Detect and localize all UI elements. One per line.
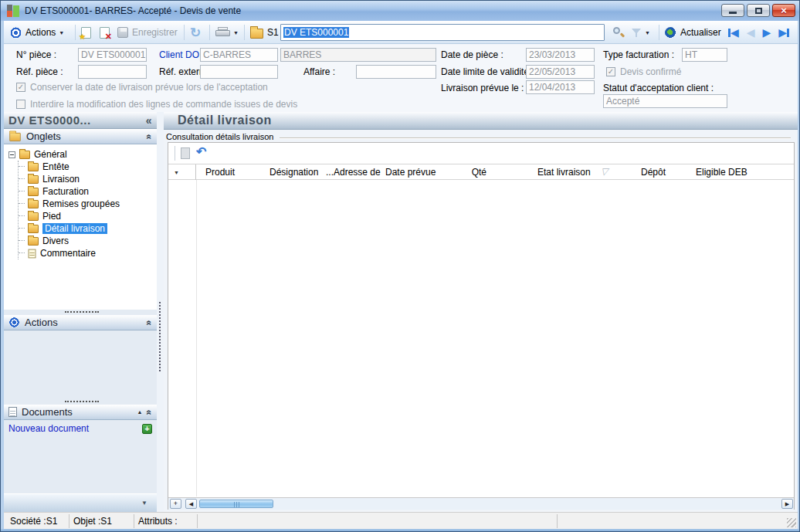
client-do-label[interactable]: Client DO : bbox=[159, 48, 205, 62]
column-header-produit[interactable]: Produit bbox=[205, 167, 235, 178]
close-button[interactable]: × bbox=[772, 4, 795, 17]
column-header-date-prevue[interactable]: Date prévue bbox=[385, 167, 436, 178]
tree-node-detail-livraison[interactable]: Détail livraison bbox=[19, 222, 157, 235]
tree-node-pied[interactable]: Pied bbox=[19, 210, 157, 222]
add-row-button[interactable]: + bbox=[170, 499, 181, 509]
document-icon bbox=[8, 407, 17, 417]
tree-node-divers[interactable]: Divers bbox=[19, 235, 157, 247]
stem bbox=[636, 33, 637, 37]
save-button[interactable]: Enregistrer bbox=[117, 21, 178, 44]
refresh-icon: ↻ bbox=[190, 26, 201, 39]
conserver-date-checkbox[interactable]: ✓ Conserver la date de livraison prévue … bbox=[16, 81, 268, 93]
livraison-prevue-field[interactable]: 12/04/2013 bbox=[526, 80, 595, 94]
collapse-section-icon[interactable]: « bbox=[144, 320, 155, 325]
section-documents-header[interactable]: Documents ▲ « bbox=[4, 405, 157, 420]
nav-next-button[interactable]: ▶ bbox=[763, 26, 771, 39]
row-selector-column[interactable]: ▼ bbox=[168, 164, 196, 180]
section-actions-header[interactable]: Actions « bbox=[4, 315, 157, 330]
num-piece-field[interactable]: DV ETS000001 bbox=[78, 48, 147, 62]
search-button[interactable] bbox=[612, 21, 625, 44]
checkbox-unchecked-icon bbox=[16, 100, 25, 109]
toolbar-separator bbox=[209, 25, 210, 40]
sidebar-bottom-bar[interactable]: ▼ bbox=[4, 493, 157, 512]
date-piece-label: Date de pièce : bbox=[441, 48, 503, 62]
column-header-designation[interactable]: Désignation bbox=[269, 167, 318, 178]
printer-paper bbox=[218, 27, 228, 30]
column-header-depot[interactable]: Dépôt bbox=[641, 167, 666, 178]
add-document-button[interactable]: + bbox=[142, 424, 152, 434]
piece-search-input[interactable]: DV ETS000001 bbox=[280, 24, 605, 41]
sidebar-header: DV ETS0000... « bbox=[4, 112, 157, 129]
section-onglets-label: Onglets bbox=[26, 130, 61, 142]
copy-icon[interactable] bbox=[181, 147, 190, 159]
section-onglets-header[interactable]: Onglets « bbox=[4, 129, 157, 144]
maximize-button[interactable] bbox=[747, 4, 770, 17]
devis-confirme-label: Devis confirmé bbox=[620, 66, 681, 77]
tree-node-general[interactable]: Général bbox=[8, 148, 157, 161]
printer-icon bbox=[215, 27, 230, 39]
column-header-etat-livraison[interactable]: Etat livraison bbox=[537, 167, 591, 178]
ref-piece-label: Réf. pièce : bbox=[16, 65, 63, 79]
collapse-arrow-icon[interactable]: ▲ bbox=[137, 409, 142, 415]
client-do-code-field[interactable]: C-BARRES bbox=[200, 48, 278, 62]
site-selector-button[interactable]: S1 bbox=[250, 21, 279, 44]
window-title: DV ETS000001- BARRES- Accepté - Devis de… bbox=[25, 5, 241, 16]
tree-collapse-icon[interactable] bbox=[8, 151, 15, 158]
nav-prev-button[interactable]: ◀ bbox=[747, 26, 755, 39]
sidebar-collapse-icon[interactable]: « bbox=[146, 114, 152, 127]
affaire-field[interactable] bbox=[356, 65, 436, 79]
column-header-qte[interactable]: Qté bbox=[431, 167, 486, 178]
toolbar-separator bbox=[75, 25, 76, 40]
column-header-eligible-deb[interactable]: Eligible DEB bbox=[696, 167, 747, 178]
tree-node-commentaire[interactable]: Commentaire bbox=[19, 247, 157, 259]
checkbox-checked-icon: ✓ bbox=[606, 67, 615, 76]
tree-node-label: Livraison bbox=[42, 174, 80, 185]
tree-node-entete[interactable]: Entête bbox=[19, 161, 157, 173]
red-x-icon: ✕ bbox=[105, 32, 112, 42]
ref-piece-field[interactable] bbox=[78, 65, 147, 79]
save-icon bbox=[117, 27, 128, 38]
undo-icon[interactable]: ↶ bbox=[196, 144, 206, 159]
filter-button[interactable]: ▼ bbox=[632, 21, 650, 44]
tree-node-label-selected: Détail livraison bbox=[42, 223, 107, 234]
tree-node-facturation[interactable]: Facturation bbox=[19, 185, 157, 198]
new-button[interactable]: ★ bbox=[81, 21, 91, 44]
conserver-date-label: Conserver la date de livraison prévue lo… bbox=[30, 82, 268, 93]
scroll-right-button[interactable]: ▶ bbox=[781, 499, 793, 509]
date-piece-field[interactable]: 23/03/2013 bbox=[526, 48, 595, 62]
scrollbar-thumb[interactable] bbox=[199, 500, 273, 508]
actualiser-button[interactable]: Actualiser bbox=[665, 21, 721, 44]
sidebar-splitter-handle[interactable] bbox=[65, 401, 99, 402]
tree-node-label: Pied bbox=[42, 211, 61, 222]
app-icon-part bbox=[7, 5, 12, 11]
interdire-modif-checkbox[interactable]: Interdire la modification des lignes de … bbox=[16, 98, 297, 110]
collapse-section-icon[interactable]: « bbox=[144, 134, 155, 139]
nav-prev-icon: ◀ bbox=[747, 26, 755, 39]
nouveau-document-link[interactable]: Nouveau document bbox=[8, 423, 89, 434]
tree-node-remises-groupees[interactable]: Remises groupées bbox=[19, 198, 157, 210]
actions-target-icon bbox=[10, 27, 22, 39]
devis-confirme-checkbox[interactable]: ✓ Devis confirmé bbox=[606, 66, 681, 78]
scroll-left-button[interactable]: ◀ bbox=[185, 499, 197, 509]
sidebar-splitter-handle[interactable] bbox=[65, 311, 99, 313]
tree-node-livraison[interactable]: Livraison bbox=[19, 173, 157, 185]
handle bbox=[620, 32, 625, 37]
resize-grip[interactable] bbox=[787, 518, 796, 527]
page-title-bar: Détail livraison bbox=[164, 112, 798, 130]
date-limite-field[interactable]: 22/05/2013 bbox=[526, 65, 595, 79]
livraison-prevue-label: Livraison prévue le : bbox=[441, 81, 524, 95]
actions-button[interactable]: Actions ▼ bbox=[10, 21, 64, 44]
ref-externe-field[interactable] bbox=[200, 65, 278, 79]
column-header-adresse[interactable]: ...Adresse de bbox=[326, 167, 381, 178]
minimize-button[interactable] bbox=[721, 4, 744, 17]
nav-first-button[interactable]: ◀ bbox=[728, 26, 739, 39]
type-facturation-field[interactable]: HT bbox=[682, 48, 727, 62]
actions-dropdown-icon: ▼ bbox=[59, 30, 64, 36]
delete-button[interactable]: ✕ bbox=[100, 21, 110, 44]
panel-splitter-handle[interactable] bbox=[159, 302, 161, 371]
print-button[interactable]: ▼ bbox=[215, 21, 239, 44]
collapse-section-icon[interactable]: « bbox=[144, 409, 155, 415]
chevron-down-icon[interactable]: ▼ bbox=[141, 500, 147, 507]
nav-last-button[interactable]: ▶ bbox=[778, 26, 789, 39]
refresh-button[interactable]: ↻ bbox=[190, 21, 201, 44]
